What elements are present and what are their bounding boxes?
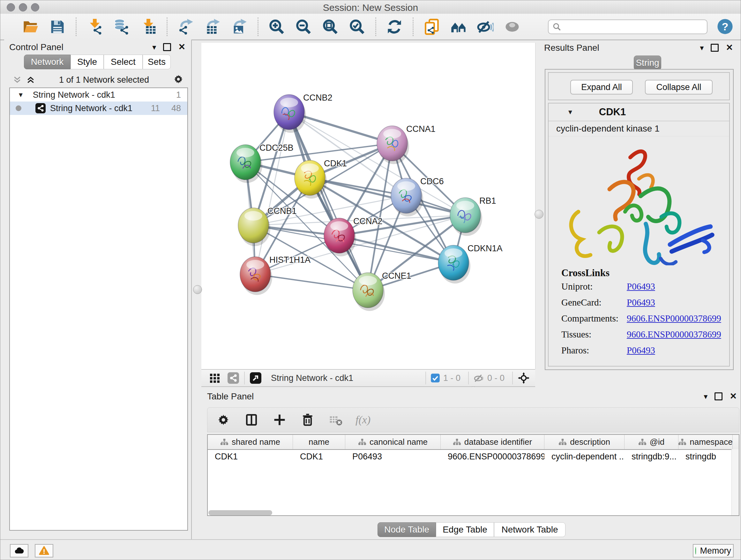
network-node-CDC6[interactable]: CDC6 [391,177,444,216]
expand-all-icon[interactable] [26,75,36,84]
panel-close-icon[interactable]: ✕ [730,392,737,401]
apply-preferred-layout-button[interactable] [385,17,404,36]
search-input[interactable] [548,19,708,34]
network-node-CDC25B[interactable]: CDC25B [230,143,293,183]
save-session-button[interactable] [48,17,67,36]
tab-string[interactable]: String [634,56,661,70]
open-session-button[interactable] [21,17,40,36]
zoom-fit-content-button[interactable] [321,17,340,36]
function-builder-button[interactable]: f(x) [355,414,370,426]
table-horizontal-scrollbar-thumb[interactable] [208,510,272,515]
import-table-from-file-button[interactable] [139,17,158,36]
help-button[interactable]: ? [717,18,734,35]
network-node-RB1[interactable]: RB1 [450,196,496,236]
export-network-button[interactable] [177,17,195,36]
panel-float-icon[interactable] [715,392,723,400]
warnings-button[interactable] [35,544,53,557]
column-header-description[interactable]: description [544,435,624,449]
main-toolbar-groups [0,17,530,36]
network-options-gear-icon[interactable] [173,73,184,86]
zoom-selected-button[interactable] [348,17,366,36]
hide-others-button[interactable] [476,17,495,36]
selected-checkbox-icon[interactable] [430,373,440,383]
panel-float-icon[interactable] [711,44,719,52]
panel-menu-icon[interactable]: ▾ [152,44,156,51]
collapse-all-button[interactable]: Collapse All [645,80,713,95]
table-panel-tabs: Node TableEdge TableNetwork Table [378,522,565,537]
panel-float-icon[interactable] [163,43,171,51]
separator [468,372,469,384]
open-in-new-window-button[interactable] [249,372,262,384]
crosslink-value-link[interactable]: 9606.ENSP00000378699 [627,313,721,324]
zoom-out-button[interactable] [294,17,313,36]
column-header--id[interactable]: @id [624,435,678,449]
crosslink-value-link[interactable]: 9606.ENSP00000378699 [627,329,721,340]
tab-sets[interactable]: Sets [143,55,171,69]
disclosure-triangle-icon[interactable]: ▼ [17,91,24,99]
show-column-button[interactable] [243,412,260,428]
entry-header[interactable]: ▼ CDK1 [549,104,729,121]
tab-node-table[interactable]: Node Table [378,522,436,537]
clone-network-button[interactable] [422,17,441,36]
tab-network-table[interactable]: Network Table [494,522,565,537]
expand-all-button[interactable]: Expand All [570,80,633,95]
show-eye-button[interactable] [503,17,522,36]
panel-menu-icon[interactable]: ▾ [700,44,704,52]
crosslink-value-link[interactable]: P06493 [627,281,655,292]
window-title: Session: New Session [0,2,741,13]
tab-edge-table[interactable]: Edge Table [436,522,494,537]
network-share-view-button[interactable] [227,372,240,384]
network-node-CCNE1[interactable]: CCNE1 [353,271,411,311]
network-row[interactable]: String Network - cdk1 11 48 [10,102,187,115]
panel-menu-icon[interactable]: ▾ [704,393,708,400]
results-entry-cdk1: ▼ CDK1 cyclin-dependent kinase 1 [548,103,730,367]
results-panel: Results Panel ▾ ✕ String Expand All Coll… [542,40,738,383]
delete-column-trash-button[interactable] [299,412,316,428]
network-canvas[interactable]: CCNB2CCNA1CDC25BCDK1CDC6RB1CCNB1CCNA2CDK… [201,43,535,369]
left-splitter-handle[interactable] [193,285,202,294]
tab-select[interactable]: Select [104,55,143,69]
edge-CCNA2-CDKN1A[interactable] [339,236,454,263]
title-bar: Session: New Session [0,0,741,14]
delete-table-button[interactable] [327,412,344,428]
collapse-all-icon[interactable] [12,75,22,84]
crosslink-value-link[interactable]: P06493 [627,297,655,308]
network-node-CCNB2[interactable]: CCNB2 [274,93,333,133]
column-header-shared-name[interactable]: shared name [208,435,293,449]
string-houses-button[interactable] [449,17,468,36]
create-column-button[interactable] [271,412,288,428]
tab-network[interactable]: Network [24,55,71,69]
tab-style[interactable]: Style [71,55,104,69]
network-node-CCNA2[interactable]: CCNA2 [324,216,383,256]
table-settings-gear-button[interactable] [215,412,232,428]
export-image-button[interactable] [230,17,249,36]
disclosure-triangle-icon[interactable]: ▼ [567,109,574,116]
table-row[interactable]: CDK1CDK1P064939606.ENSP00000378699cyclin… [208,450,739,463]
network-collection-row[interactable]: ▼ String Network - cdk1 1 [10,88,187,102]
gene-description: cyclin-dependent kinase 1 [549,121,729,136]
network-node-CDK1[interactable]: CDK1 [294,159,347,199]
column-header-name[interactable]: name [293,435,345,449]
svg-text:?: ? [722,20,729,33]
panel-close-icon[interactable]: ✕ [726,44,733,52]
table-vertical-scrollbar[interactable] [731,449,739,515]
memory-button[interactable]: Memory [693,544,734,557]
network-node-CCNB1[interactable]: CCNB1 [238,206,297,246]
hidden-eye-slash-icon[interactable] [473,373,484,383]
main-toolbar: ? [0,14,741,40]
cloud-status-button[interactable] [10,544,28,557]
zoom-in-button[interactable] [267,17,286,36]
column-header-namespace[interactable]: namespace [678,435,733,449]
column-header-database-identifier[interactable]: database identifier [441,435,544,449]
node-label-CCNB2: CCNB2 [303,93,333,103]
birds-eye-view-button[interactable] [517,372,530,384]
network-node-CDKN1A[interactable]: CDKN1A [438,244,502,284]
grid-view-button[interactable] [208,372,221,384]
export-table-button[interactable] [203,17,222,36]
column-header-canonical-name[interactable]: canonical name [345,435,441,449]
crosslink-value-link[interactable]: P06493 [627,345,655,356]
network-node-HIST1H1A[interactable]: HIST1H1A [240,255,311,295]
import-network-from-database-button[interactable] [112,17,131,36]
panel-close-icon[interactable]: ✕ [178,43,185,51]
import-network-from-file-button[interactable] [85,17,104,36]
